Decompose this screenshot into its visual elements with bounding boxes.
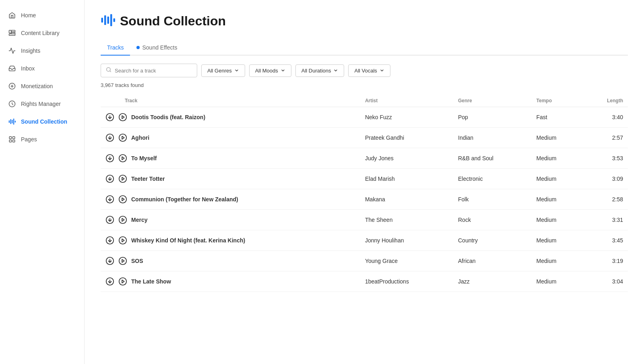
svg-rect-15 (9, 140, 11, 142)
svg-marker-55 (122, 259, 124, 262)
pages-icon (8, 135, 16, 143)
play-button-6[interactable] (118, 236, 127, 245)
svg-rect-10 (12, 120, 12, 124)
download-button-5[interactable] (105, 215, 114, 224)
track-length-1: 2:57 (583, 128, 628, 148)
download-button-1[interactable] (105, 133, 114, 142)
svg-rect-9 (10, 119, 11, 124)
play-button-1[interactable] (118, 133, 127, 142)
inbox-icon (8, 64, 16, 72)
chevron-down-icon (380, 68, 384, 73)
sidebar-item-insights[interactable]: Insights (0, 42, 84, 60)
svg-point-38 (119, 175, 126, 182)
track-tempo-1: Medium (532, 128, 583, 148)
track-genre-0: Pop (453, 107, 532, 128)
track-tempo-3: Medium (532, 169, 583, 189)
track-name-cell-7: SOS (101, 251, 360, 271)
moods-filter-button[interactable]: All Moods (249, 64, 291, 77)
moods-filter-label: All Moods (255, 68, 278, 74)
download-button-3[interactable] (105, 174, 114, 183)
play-button-3[interactable] (118, 174, 127, 183)
svg-marker-43 (122, 198, 124, 201)
genres-filter-button[interactable]: All Genres (201, 64, 245, 77)
svg-point-42 (119, 196, 126, 203)
svg-rect-16 (13, 140, 15, 142)
play-button-8[interactable] (118, 277, 127, 286)
svg-rect-8 (9, 120, 10, 123)
sidebar-item-content-library[interactable]: Content Library (0, 24, 84, 42)
svg-marker-31 (122, 136, 124, 139)
download-button-2[interactable] (105, 154, 114, 163)
svg-point-34 (119, 155, 126, 162)
durations-filter-button[interactable]: All Durations (295, 64, 345, 77)
sidebar-item-rights-manager[interactable]: Rights Manager (0, 95, 84, 113)
main-content: Sound Collection Tracks Sound Effects Al… (85, 0, 644, 364)
track-title-8: The Late Show (131, 278, 171, 285)
monetization-icon (8, 82, 16, 90)
play-button-4[interactable] (118, 195, 127, 204)
svg-rect-11 (13, 119, 14, 125)
track-length-0: 3:40 (583, 107, 628, 128)
track-genre-1: Indian (453, 128, 532, 148)
track-title-0: Dootis Toodis (feat. Raizon) (131, 114, 205, 120)
play-button-0[interactable] (118, 113, 127, 122)
search-input[interactable] (115, 68, 192, 74)
track-genre-6: Country (453, 230, 532, 251)
track-tempo-0: Fast (532, 107, 583, 128)
play-button-2[interactable] (118, 154, 127, 163)
track-tempo-2: Medium (532, 148, 583, 169)
track-tempo-7: Medium (532, 251, 583, 271)
track-name-cell-6: Whiskey Kind Of Night (feat. Kerina Kinc… (101, 230, 360, 251)
table-row: Whiskey Kind Of Night (feat. Kerina Kinc… (101, 230, 628, 251)
genres-filter-label: All Genres (207, 68, 232, 74)
sidebar-item-inbox[interactable]: Inbox (0, 60, 84, 77)
track-name-cell-5: Mercy (101, 210, 360, 230)
track-artist-2: Judy Jones (360, 148, 453, 169)
track-title-3: Teeter Totter (131, 176, 165, 182)
table-row: To Myself Judy Jones R&B and Soul Medium… (101, 148, 628, 169)
download-button-0[interactable] (105, 113, 114, 122)
track-genre-2: R&B and Soul (453, 148, 532, 169)
tab-tracks[interactable]: Tracks (101, 40, 130, 56)
chevron-down-icon (281, 68, 285, 73)
sidebar-item-home-label: Home (21, 12, 36, 19)
track-genre-4: Folk (453, 189, 532, 210)
track-genre-8: Jazz (453, 271, 532, 292)
track-name-cell-3: Teeter Totter (101, 169, 360, 189)
track-artist-1: Prateek Gandhi (360, 128, 453, 148)
durations-filter-label: All Durations (301, 68, 331, 74)
table-row: The Late Show 1beatProductions Jazz Medi… (101, 271, 628, 292)
table-row: SOS Young Grace African Medium 3:19 (101, 251, 628, 271)
track-title-1: Aghori (131, 134, 149, 141)
track-name-cell-0: Dootis Toodis (feat. Raizon) (101, 107, 360, 128)
col-artist: Artist (360, 95, 453, 107)
sidebar-item-content-library-label: Content Library (21, 30, 60, 36)
sidebar-item-insights-label: Insights (21, 48, 40, 54)
sidebar-item-pages[interactable]: Pages (0, 130, 84, 148)
sidebar-item-home[interactable]: Home (0, 6, 84, 24)
track-title-6: Whiskey Kind Of Night (feat. Kerina Kinc… (131, 237, 245, 244)
vocals-filter-button[interactable]: All Vocals (348, 64, 390, 77)
sidebar-item-rights-manager-label: Rights Manager (21, 101, 61, 107)
sidebar-item-sound-collection-label: Sound Collection (21, 118, 67, 125)
download-button-8[interactable] (105, 277, 114, 286)
svg-point-46 (119, 216, 126, 223)
tab-sound-effects[interactable]: Sound Effects (130, 40, 184, 56)
home-icon (8, 11, 16, 19)
track-length-8: 3:04 (583, 271, 628, 292)
table-row: Aghori Prateek Gandhi Indian Medium 2:57 (101, 128, 628, 148)
play-button-5[interactable] (118, 215, 127, 224)
svg-rect-19 (107, 17, 109, 24)
search-box[interactable] (101, 64, 197, 77)
download-button-6[interactable] (105, 236, 114, 245)
track-length-3: 3:09 (583, 169, 628, 189)
svg-rect-14 (13, 136, 15, 139)
download-button-7[interactable] (105, 256, 114, 265)
play-button-7[interactable] (118, 256, 127, 265)
svg-rect-17 (101, 18, 103, 23)
col-tempo: Tempo (532, 95, 583, 107)
download-button-4[interactable] (105, 195, 114, 204)
track-name-cell-2: To Myself (101, 148, 360, 169)
sidebar-item-sound-collection[interactable]: Sound Collection (0, 113, 84, 130)
sidebar-item-monetization[interactable]: Monetization (0, 77, 84, 95)
